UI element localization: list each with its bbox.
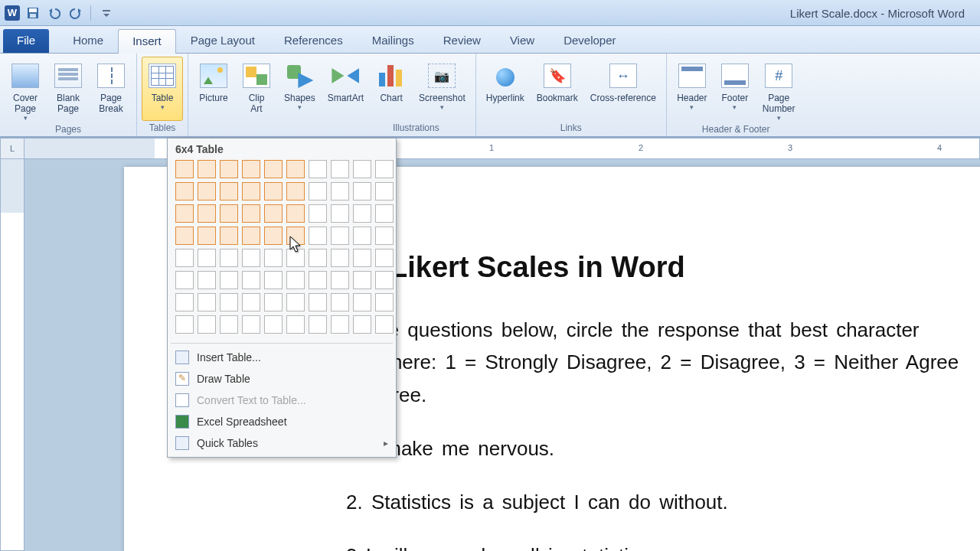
table-grid-cell[interactable]	[198, 271, 216, 289]
save-button[interactable]	[24, 5, 41, 21]
hyperlink-button[interactable]: Hyperlink	[481, 57, 530, 121]
table-grid-cell[interactable]	[309, 227, 327, 245]
table-grid-cell[interactable]	[286, 204, 305, 223]
table-grid-cell[interactable]	[353, 315, 371, 334]
table-grid-cell[interactable]	[198, 315, 216, 334]
table-grid-cell[interactable]	[264, 160, 283, 178]
table-grid-cell[interactable]	[175, 182, 194, 201]
table-grid-cell[interactable]	[175, 249, 194, 267]
table-grid-cell[interactable]	[220, 204, 238, 223]
table-grid-cell[interactable]	[264, 293, 283, 311]
tab-insert[interactable]: Insert	[118, 29, 176, 54]
table-grid-cell[interactable]	[353, 182, 371, 201]
table-grid-cell[interactable]	[331, 315, 349, 334]
table-grid-cell[interactable]	[309, 315, 327, 334]
table-grid-cell[interactable]	[220, 271, 238, 289]
insert-table-item[interactable]: Insert Table...	[168, 347, 396, 368]
smartart-button[interactable]: SmartArt	[322, 57, 369, 121]
table-grid-cell[interactable]	[220, 182, 238, 201]
table-grid-cell[interactable]	[220, 227, 238, 245]
table-grid-cell[interactable]	[331, 227, 349, 245]
header-button[interactable]: Header	[671, 57, 713, 122]
table-grid-cell[interactable]	[198, 182, 216, 201]
table-grid-cell[interactable]	[198, 227, 216, 245]
table-button[interactable]: Table	[142, 57, 183, 121]
page-number-button[interactable]: PageNumber	[757, 57, 801, 122]
table-grid-cell[interactable]	[175, 160, 194, 178]
table-grid-cell[interactable]	[309, 182, 327, 201]
table-grid-cell[interactable]	[331, 293, 349, 311]
table-grid-cell[interactable]	[309, 249, 327, 267]
table-grid-cell[interactable]	[264, 315, 283, 334]
table-grid-cell[interactable]	[264, 204, 283, 223]
table-grid-cell[interactable]	[220, 315, 238, 334]
table-grid-cell[interactable]	[375, 182, 394, 201]
table-grid-cell[interactable]	[286, 315, 305, 334]
table-grid-cell[interactable]	[331, 271, 349, 289]
table-grid-cell[interactable]	[175, 293, 194, 311]
app-icon[interactable]	[5, 5, 20, 21]
draw-table-item[interactable]: Draw Table	[168, 368, 396, 390]
footer-button[interactable]: Footer	[714, 57, 756, 122]
table-grid-cell[interactable]	[286, 271, 305, 289]
cross-reference-button[interactable]: Cross-reference	[585, 57, 662, 121]
bookmark-button[interactable]: Bookmark	[531, 57, 583, 121]
table-grid-cell[interactable]	[331, 182, 349, 201]
table-grid-cell[interactable]	[220, 249, 238, 267]
table-grid-cell[interactable]	[331, 249, 349, 267]
table-grid-cell[interactable]	[309, 271, 327, 289]
table-grid-cell[interactable]	[198, 204, 216, 223]
table-grid-cell[interactable]	[375, 204, 394, 223]
table-grid-cell[interactable]	[264, 182, 283, 201]
tab-page-layout[interactable]: Page Layout	[176, 28, 270, 53]
tab-file[interactable]: File	[3, 29, 49, 53]
table-grid-cell[interactable]	[198, 293, 216, 311]
tab-review[interactable]: Review	[429, 28, 495, 53]
table-grid-cell[interactable]	[286, 160, 305, 178]
table-grid-cell[interactable]	[309, 293, 327, 311]
table-grid-cell[interactable]	[353, 160, 371, 178]
tab-references[interactable]: References	[270, 28, 358, 53]
page-break-button[interactable]: PageBreak	[90, 57, 132, 122]
table-grid-cell[interactable]	[353, 249, 371, 267]
table-grid-cell[interactable]	[198, 249, 216, 267]
table-grid-cell[interactable]	[220, 160, 238, 178]
table-grid-cell[interactable]	[175, 271, 194, 289]
ruler-corner[interactable]: L	[0, 138, 24, 159]
table-grid-cell[interactable]	[353, 204, 371, 223]
table-grid-cell[interactable]	[264, 271, 283, 289]
table-grid-cell[interactable]	[375, 227, 394, 245]
table-grid-cell[interactable]	[353, 227, 371, 245]
undo-button[interactable]	[46, 5, 63, 21]
table-grid-cell[interactable]	[242, 182, 260, 201]
table-grid-cell[interactable]	[242, 315, 260, 334]
table-grid-cell[interactable]	[175, 204, 194, 223]
excel-spreadsheet-item[interactable]: Excel Spreadsheet	[168, 411, 396, 432]
table-grid-cell[interactable]	[220, 293, 238, 311]
blank-page-button[interactable]: BlankPage	[47, 57, 89, 122]
table-grid-cell[interactable]	[375, 293, 394, 311]
table-grid-cell[interactable]	[375, 249, 394, 267]
cover-page-button[interactable]: CoverPage	[5, 57, 46, 122]
tab-mailings[interactable]: Mailings	[358, 28, 429, 53]
tab-home[interactable]: Home	[58, 28, 118, 53]
table-grid-cell[interactable]	[309, 160, 327, 178]
quick-tables-item[interactable]: Quick Tables	[168, 432, 396, 454]
table-grid-cell[interactable]	[264, 249, 283, 267]
screenshot-button[interactable]: Screenshot	[413, 57, 471, 121]
table-grid-cell[interactable]	[375, 271, 394, 289]
tab-developer[interactable]: Developer	[549, 28, 630, 53]
table-grid-cell[interactable]	[353, 293, 371, 311]
table-grid-cell[interactable]	[175, 315, 194, 334]
picture-button[interactable]: Picture	[193, 57, 234, 121]
table-grid-cell[interactable]	[331, 160, 349, 178]
table-grid-cell[interactable]	[242, 249, 260, 267]
table-grid-cell[interactable]	[286, 182, 305, 201]
table-grid-cell[interactable]	[175, 227, 194, 245]
clip-art-button[interactable]: ClipArt	[236, 57, 277, 121]
table-grid-cell[interactable]	[242, 271, 260, 289]
table-grid-cell[interactable]	[242, 204, 260, 223]
table-grid-cell[interactable]	[309, 204, 327, 223]
chart-button[interactable]: Chart	[371, 57, 412, 121]
redo-button[interactable]	[67, 5, 84, 21]
